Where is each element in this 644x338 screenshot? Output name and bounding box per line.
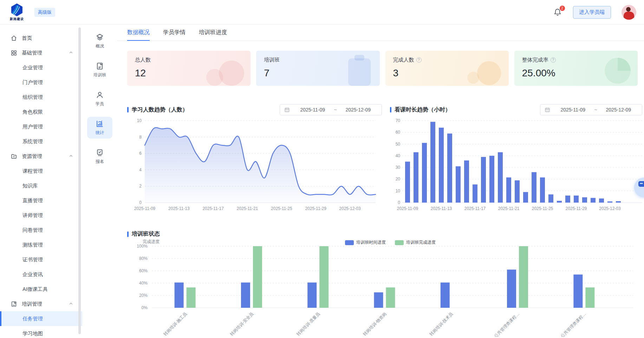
menu-label: 门户管理 <box>22 79 43 86</box>
study-trend-title-text: 学习人数趋势（人数） <box>132 106 188 114</box>
legend-swatch-blue <box>345 240 354 245</box>
sidebar-item-资源管理[interactable]: 资源管理 <box>0 149 82 164</box>
menu-label: 任务管理 <box>22 315 43 322</box>
menu-label: 证书管理 <box>22 256 43 263</box>
svg-text:2025-11-29: 2025-11-29 <box>566 206 587 211</box>
sidebar-item-角色权限[interactable]: 角色权限 <box>0 104 82 119</box>
stat-value: 25.00% <box>522 68 630 79</box>
date-end[interactable]: 2025-12-09 <box>599 107 638 113</box>
svg-text:2025-11-25: 2025-11-25 <box>532 206 553 211</box>
sidebar-item-直播管理[interactable]: 直播管理 <box>0 193 82 208</box>
menu-label: 组织管理 <box>22 94 43 101</box>
sidebar-item-组织管理[interactable]: 组织管理 <box>0 90 82 104</box>
sidebar-item-企业资讯[interactable]: 企业资讯 <box>0 267 82 282</box>
date-separator: ~ <box>592 107 599 113</box>
rail-item-学员[interactable]: 学员 <box>87 88 112 110</box>
date-end[interactable]: 2025-12-09 <box>339 107 377 113</box>
grid-icon <box>11 49 18 56</box>
top-header: 新路建设 高级版 2 进入学员端 <box>0 0 644 25</box>
sidebar-item-测练管理[interactable]: 测练管理 <box>0 237 82 252</box>
sidebar-item-首页[interactable]: 首页 <box>0 31 82 45</box>
stat-label: 培训班 <box>264 57 280 63</box>
training-status-title: 培训班状态 <box>127 230 644 238</box>
sidebar-item-基础管理[interactable]: 基础管理 <box>0 45 82 60</box>
notebook-icon <box>96 62 104 70</box>
svg-text:60: 60 <box>396 130 401 135</box>
rail-item-报名[interactable]: 报名 <box>87 146 112 167</box>
tab-培训班进度[interactable]: 培训班进度 <box>199 25 227 40</box>
bar-chart-svg: 0102030405060702025-11-092025-11-132025-… <box>390 116 644 218</box>
main-sidebar: 首页基础管理企业管理门户管理组织管理角色权限用户管理系统管理资源管理课程管理知识… <box>0 25 82 338</box>
chevron-up-icon <box>69 154 73 158</box>
chevron-up-icon <box>69 51 73 54</box>
sidebar-item-课程管理[interactable]: 课程管理 <box>0 164 82 178</box>
menu-label: 知识库 <box>22 183 38 189</box>
sidebar-item-知识库[interactable]: 知识库 <box>0 178 82 193</box>
logo-hexagon-icon <box>10 3 24 17</box>
date-start[interactable]: 2025-11-09 <box>293 107 332 113</box>
sidebar-item-培训管理[interactable]: 培训管理 <box>0 296 82 311</box>
user-icon <box>96 91 104 99</box>
calendar-icon <box>284 107 290 113</box>
enter-student-portal-button[interactable]: 进入学员端 <box>573 6 611 19</box>
study-trend-date-range-picker[interactable]: 2025-11-09 ~ 2025-12-09 <box>280 104 382 115</box>
sidebar-scrollbar[interactable] <box>78 27 81 334</box>
svg-text:2025-11-21: 2025-11-21 <box>498 206 520 211</box>
menu-label: AI微课工具 <box>22 286 48 293</box>
menu-label: 基础管理 <box>22 50 42 56</box>
svg-text:2025-12-03: 2025-12-03 <box>599 206 621 211</box>
sidebar-item-问卷管理[interactable]: 问卷管理 <box>0 223 82 237</box>
date-separator: ~ <box>332 107 339 113</box>
svg-text:80%: 80% <box>139 256 148 261</box>
sidebar-item-学习地图[interactable]: 学习地图 <box>0 326 82 338</box>
sidebar-item-系统管理[interactable]: 系统管理 <box>0 134 82 149</box>
rail-label: 学员 <box>96 101 104 107</box>
sidebar-item-门户管理[interactable]: 门户管理 <box>0 75 82 90</box>
tab-数据概况[interactable]: 数据概况 <box>127 25 150 40</box>
svg-text:40: 40 <box>396 153 401 158</box>
company-logo: 新路建设 <box>8 3 25 21</box>
avatar-figure-body <box>624 12 634 20</box>
svg-text:2025-11-09: 2025-11-09 <box>397 206 418 211</box>
menu-label: 用户管理 <box>22 123 43 130</box>
watch-hours-date-range-picker[interactable]: 2025-11-09 ~ 2025-12-09 <box>540 104 642 115</box>
tab-学员学情[interactable]: 学员学情 <box>163 25 186 40</box>
help-icon[interactable]: ? <box>416 57 422 63</box>
sidebar-item-企业管理[interactable]: 企业管理 <box>0 60 82 75</box>
title-accent-bar <box>390 107 391 113</box>
brand-name: 新路建设 <box>10 17 24 21</box>
rail-item-概况[interactable]: 概况 <box>87 30 112 52</box>
svg-text:10: 10 <box>396 189 401 193</box>
sidebar-item-任务管理[interactable]: 任务管理 <box>0 311 82 326</box>
legend-label: 培训班时间进度 <box>356 240 386 245</box>
user-avatar[interactable] <box>622 5 636 20</box>
sidebar-item-证书管理[interactable]: 证书管理 <box>0 252 82 267</box>
stat-value: 3 <box>393 68 501 79</box>
svg-text:0: 0 <box>139 200 142 205</box>
sidebar-item-AI微课工具[interactable]: AI微课工具 <box>0 282 82 296</box>
menu-label: 角色权限 <box>22 109 43 115</box>
legend-item-time-progress[interactable]: 培训班时间进度 <box>345 240 386 245</box>
book-icon <box>11 300 18 307</box>
plan-badge: 高级版 <box>34 8 55 17</box>
rail-label: 报名 <box>96 159 104 165</box>
rail-item-统计[interactable]: 统计 <box>87 117 112 139</box>
notification-bell-button[interactable]: 2 <box>553 8 562 17</box>
sidebar-item-用户管理[interactable]: 用户管理 <box>0 119 82 134</box>
watch-hours-title: 看课时长趋势（小时） <box>390 106 451 114</box>
help-icon[interactable]: ? <box>551 57 556 63</box>
menu-label: 企业资讯 <box>22 271 43 278</box>
date-start[interactable]: 2025-11-09 <box>554 107 592 113</box>
avatar-figure-head <box>626 7 631 12</box>
title-accent-bar <box>127 231 129 237</box>
sidebar-item-讲师管理[interactable]: 讲师管理 <box>0 208 82 223</box>
stat-label: 整体完成率 <box>522 57 548 63</box>
rail-item-培训班[interactable]: 培训班 <box>87 59 112 81</box>
line-chart-svg: 02468102025-11-092025-11-132025-11-17202… <box>127 116 382 218</box>
svg-text:6: 6 <box>139 151 142 156</box>
legend-item-completion-progress[interactable]: 培训班完成进度 <box>395 240 436 245</box>
menu-label: 系统管理 <box>22 138 43 145</box>
title-accent-bar <box>127 107 129 113</box>
menu-label: 学习地图 <box>22 330 43 337</box>
svg-text:2025-11-13: 2025-11-13 <box>168 206 190 211</box>
